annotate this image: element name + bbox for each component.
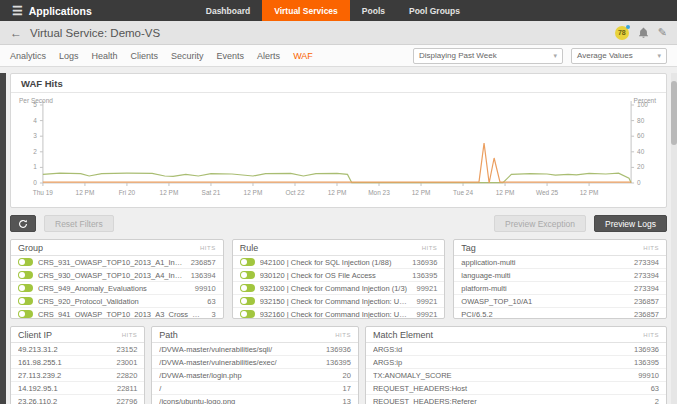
table-row[interactable]: 932100 | Check for Command Injection (1/… xyxy=(233,282,445,295)
toggle-switch-icon[interactable] xyxy=(18,310,33,318)
subnav-tab[interactable]: Events xyxy=(217,51,245,61)
tag-panel: Tag HITS application-multi 273394 langua… xyxy=(453,239,667,319)
table-row[interactable]: / 17 xyxy=(152,382,358,395)
main-content: WAF Hits Per Second Percent 543210100806… xyxy=(0,73,677,404)
table-row[interactable]: 14.192.95.1 22811 xyxy=(11,382,144,395)
toggle-switch-icon[interactable] xyxy=(18,297,33,305)
table-row[interactable]: platform-multi 273394 xyxy=(454,282,666,295)
row-hits-value: 273394 xyxy=(634,271,659,280)
table-row[interactable]: 161.98.255.1 23001 xyxy=(11,356,144,369)
row-hits-value: 136394 xyxy=(191,271,216,280)
toggle-switch-icon[interactable] xyxy=(240,297,255,305)
table-row[interactable]: REQUEST_HEADERS:Referer 2 xyxy=(366,395,666,404)
svg-text:Mon 23: Mon 23 xyxy=(368,189,390,196)
table-row[interactable]: 23.26.110.2 22796 xyxy=(11,395,144,404)
top-nav-tab[interactable]: Dashboard xyxy=(194,0,262,21)
subnav-tab[interactable]: Security xyxy=(171,51,204,61)
vs-header: ← Virtual Service: Demo-VS 78 ✎ xyxy=(0,21,677,45)
table-row[interactable]: REQUEST_HEADERS:Host 63 xyxy=(366,382,666,395)
row-hits-value: 17 xyxy=(343,384,351,393)
display-controls: Displaying Past Week ▾ Average Values ▾ xyxy=(413,48,667,64)
svg-text:12 PM: 12 PM xyxy=(412,189,431,196)
table-row[interactable]: CRS_941_OWASP_TOP10_2013_A3_Cross_Site_S… xyxy=(11,308,223,319)
bell-icon[interactable] xyxy=(638,27,649,39)
toggle-switch-icon[interactable] xyxy=(240,284,255,292)
table-row[interactable]: /DVWA-master/vulnerabilities/sqli/ 13693… xyxy=(152,343,358,356)
hamburger-icon[interactable]: ☰ xyxy=(12,4,23,18)
header-actions: 78 ✎ xyxy=(615,26,667,40)
table-row[interactable]: application-multi 273394 xyxy=(454,256,666,269)
table-row[interactable]: 932160 | Check for Command Injection: Un… xyxy=(233,308,445,319)
svg-text:3: 3 xyxy=(33,132,37,139)
table-row[interactable]: ARGS:ip 136395 xyxy=(366,356,666,369)
toggle-switch-icon[interactable] xyxy=(240,258,255,266)
subnav-tab[interactable]: Health xyxy=(92,51,118,61)
table-row[interactable]: 49.213.31.2 23152 xyxy=(11,343,144,356)
right-axis-label: Percent xyxy=(634,97,656,104)
table-row[interactable]: language-multi 273394 xyxy=(454,269,666,282)
row-hits-value: 99921 xyxy=(416,297,437,306)
subnav-tab[interactable]: Clients xyxy=(131,51,159,61)
table-row[interactable]: CRS_931_OWASP_TOP10_2013_A1_Injection 23… xyxy=(11,256,223,269)
svg-text:1: 1 xyxy=(33,163,37,170)
health-score-value: 78 xyxy=(618,29,626,36)
subnav-tab-label: Analytics xyxy=(10,51,46,61)
chart-canvas[interactable]: 543210100806040200Thu 1912 PMFri 2012 PM… xyxy=(13,95,664,207)
left-axis-label: Per Second xyxy=(19,97,53,104)
table-row[interactable]: 930120 | Check for OS File Access 136395 xyxy=(233,269,445,282)
chevron-down-icon: ▾ xyxy=(553,52,557,60)
row-hits-value: 136936 xyxy=(634,345,659,354)
toggle-switch-icon[interactable] xyxy=(18,258,33,266)
table-row[interactable]: 932150 | Check for Command Injection: Un… xyxy=(233,295,445,308)
row-hits-value: 99921 xyxy=(416,310,437,319)
time-range-select[interactable]: Displaying Past Week ▾ xyxy=(413,48,563,64)
table-row[interactable]: CRS_930_OWASP_TOP10_2013_A4_Insecure_Dir… xyxy=(11,269,223,282)
reset-filters-button[interactable]: Reset Filters xyxy=(44,215,114,232)
toggle-switch-icon[interactable] xyxy=(240,310,255,318)
panel-header: Match Element HITS xyxy=(366,327,666,343)
top-nav-tab[interactable]: Pool Groups xyxy=(397,0,472,21)
table-row[interactable]: /DVWA-master/login.php 20 xyxy=(152,369,358,382)
table-row[interactable]: CRS_920_Protocol_Validation 63 xyxy=(11,295,223,308)
table-row[interactable]: OWASP_TOP_10/A1 236857 xyxy=(454,295,666,308)
subnav-tab[interactable]: Logs xyxy=(59,51,79,61)
group-rows: CRS_931_OWASP_TOP10_2013_A1_Injection 23… xyxy=(11,256,223,319)
table-row[interactable]: /DVWA-master/vulnerabilities/exec/ 13639… xyxy=(152,356,358,369)
toggle-switch-icon[interactable] xyxy=(240,271,255,279)
preview-exception-button[interactable]: Preview Exception xyxy=(494,215,586,232)
subnav-tab-label: WAF xyxy=(293,51,313,61)
table-row[interactable]: TX:ANOMALY_SCORE 99910 xyxy=(366,369,666,382)
table-row[interactable]: PCI/6.5.2 236857 xyxy=(454,308,666,319)
table-row[interactable]: ARGS:id 136936 xyxy=(366,343,666,356)
row-hits-value: 22820 xyxy=(116,371,137,380)
table-row[interactable]: 27.113.239.2 22820 xyxy=(11,369,144,382)
svg-text:Oct 22: Oct 22 xyxy=(285,189,304,196)
toggle-switch-icon[interactable] xyxy=(18,284,33,292)
row-hits-value: 236857 xyxy=(634,310,659,319)
table-row[interactable]: CRS_949_Anomaly_Evaluations 99910 xyxy=(11,282,223,295)
row-label: REQUEST_HEADERS:Referer xyxy=(373,397,647,404)
subnav-tab[interactable]: WAF xyxy=(293,51,313,61)
health-score-badge[interactable]: 78 xyxy=(615,26,629,40)
refresh-button[interactable] xyxy=(10,215,36,232)
svg-text:Thu 19: Thu 19 xyxy=(33,189,54,196)
value-mode-select[interactable]: Average Values ▾ xyxy=(571,48,667,64)
vertical-scrollbar[interactable] xyxy=(671,73,677,404)
table-row[interactable]: 942100 | Check for SQL Injection (1/88) … xyxy=(233,256,445,269)
top-nav-tab[interactable]: Virtual Services xyxy=(262,0,350,21)
row-label: CRS_941_OWASP_TOP10_2013_A3_Cross_Site_S… xyxy=(38,310,204,319)
preview-logs-button[interactable]: Preview Logs xyxy=(594,215,667,232)
panel-title: Path xyxy=(159,330,178,340)
subnav-tab[interactable]: Analytics xyxy=(10,51,46,61)
app-menu[interactable]: ☰ Applications xyxy=(0,0,104,21)
back-arrow-icon[interactable]: ← xyxy=(10,26,22,40)
subnav-tab[interactable]: Alerts xyxy=(257,51,280,61)
table-row[interactable]: /icons/ubuntu-logo.png 13 xyxy=(152,395,358,404)
edit-pencil-icon[interactable]: ✎ xyxy=(658,27,667,38)
scrollbar-thumb[interactable] xyxy=(671,81,677,145)
row-label: platform-multi xyxy=(461,284,626,293)
toggle-switch-icon[interactable] xyxy=(18,271,33,279)
top-nav-tab[interactable]: Pools xyxy=(350,0,397,21)
subnav-tab-label: Events xyxy=(217,51,245,61)
row-hits-value: 2 xyxy=(655,397,659,404)
